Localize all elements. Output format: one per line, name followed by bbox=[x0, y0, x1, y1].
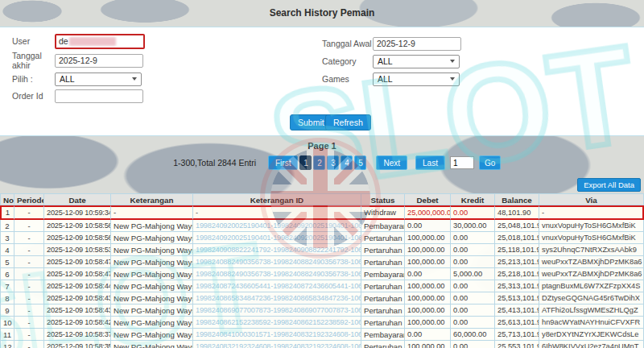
cell-keterangan-id[interactable]: 1998240841000301571-1998240832192324608-… bbox=[193, 329, 361, 341]
order-id-label: Order Id bbox=[12, 91, 55, 101]
cell-kredit: 0.00 bbox=[451, 280, 495, 292]
cell-debet: 0.00 bbox=[405, 220, 451, 232]
cell-periode: - bbox=[14, 317, 44, 329]
cell-debet: 100,000.00 bbox=[405, 341, 451, 348]
cell-kredit: 5,000.00 bbox=[451, 268, 495, 280]
table-row: 8-2025-12-09 10:58:43New PG-Mahjong Ways… bbox=[0, 292, 644, 304]
cell-periode: - bbox=[14, 329, 44, 341]
table-row: 6-2025-12-09 10:58:47New PG-Mahjong Ways… bbox=[0, 268, 644, 280]
page-button-4[interactable]: 4 bbox=[341, 155, 353, 170]
page-button-1[interactable]: 1 bbox=[299, 155, 312, 170]
cell-keterangan-id: - bbox=[193, 205, 361, 220]
header-status: Status bbox=[361, 193, 405, 205]
cell-date: 2025-12-09 10:58:44 bbox=[44, 280, 111, 292]
cell-keterangan-id[interactable]: 1998240862152238592-1998240862152238592-… bbox=[193, 317, 361, 329]
games-select[interactable]: ALL bbox=[373, 72, 460, 86]
cell-balance: 25,048,101.90 bbox=[495, 220, 539, 232]
page-button-5[interactable]: 5 bbox=[354, 155, 366, 170]
cell-kredit: 0.00 bbox=[451, 205, 495, 220]
cell-keterangan-id[interactable]: 1998240920025190401-1998240920025190401-… bbox=[193, 232, 361, 244]
form-row-user: User de bbox=[12, 34, 145, 48]
last-page-button[interactable]: Last bbox=[415, 155, 445, 170]
category-select[interactable]: ALL bbox=[373, 55, 460, 68]
first-page-button[interactable]: First bbox=[268, 155, 298, 170]
goto-page-input[interactable] bbox=[450, 156, 474, 169]
pagination-bar: 1-300,Total 2844 Entri First 12345 Next … bbox=[0, 155, 644, 170]
cell-keterangan: New PG-Mahjong Ways 2 bbox=[111, 329, 193, 341]
user-label: User bbox=[12, 36, 55, 46]
cell-via: hn9acWYatNAYHnuiCFVXFR bbox=[539, 317, 644, 329]
cell-kredit: 0.00 bbox=[451, 304, 495, 317]
cell-keterangan-id[interactable]: 1998240908822241792-1998240908822241792-… bbox=[193, 244, 361, 256]
history-table: No Periode Date Keterangan Keterangan ID… bbox=[0, 193, 644, 348]
cell-keterangan: - bbox=[111, 205, 193, 220]
cell-keterangan-id[interactable]: 1998240882490356738-1998240882490356738-… bbox=[193, 268, 361, 280]
cell-debet: 0.00 bbox=[405, 329, 451, 341]
cell-via: - bbox=[539, 205, 644, 220]
games-value: ALL bbox=[378, 74, 393, 84]
cell-date: 2025-12-09 10:58:37 bbox=[44, 329, 111, 341]
go-button[interactable]: Go bbox=[479, 155, 501, 170]
header-periode: Periode bbox=[14, 193, 44, 205]
redaction-blur bbox=[69, 37, 116, 46]
cell-keterangan-id[interactable]: 1998240869077007873-1998240869077007873-… bbox=[193, 304, 361, 317]
chevron-down-icon bbox=[450, 77, 455, 81]
cell-balance: 25,118,101.90 bbox=[495, 244, 539, 256]
tanggal-awal-input[interactable] bbox=[373, 37, 461, 51]
page-button-2[interactable]: 2 bbox=[313, 155, 325, 170]
cell-balance: 25,553,101.90 bbox=[495, 341, 539, 348]
cell-periode: - bbox=[14, 205, 44, 220]
tanggal-akhir-input[interactable] bbox=[55, 54, 143, 68]
cell-periode: - bbox=[14, 220, 44, 232]
cell-via: y8erDXYtNZYrXJEKWCdsLe bbox=[539, 329, 644, 341]
cell-keterangan-id[interactable]: 1998240882490356738-1998240882490356738-… bbox=[193, 256, 361, 268]
cell-status: Pertaruhan bbox=[361, 256, 405, 268]
cell-no: 11 bbox=[0, 329, 14, 341]
cell-debet: 100,000.00 bbox=[405, 256, 451, 268]
export-all-data-button[interactable]: Export All Data bbox=[577, 178, 641, 192]
refresh-button[interactable]: Refresh bbox=[325, 114, 371, 130]
cell-debet: 25,000,000.00 bbox=[405, 205, 451, 220]
cell-status: Pertaruhan bbox=[361, 232, 405, 244]
cell-kredit: 0.00 bbox=[451, 341, 495, 348]
cell-status: Pertaruhan bbox=[361, 292, 405, 304]
form-row-category: Category ALL bbox=[322, 54, 460, 68]
form-row-tanggal-awal: Tanggal Awal bbox=[322, 36, 461, 51]
cell-via: vnuxVopuHyToSH6GMxfBiK bbox=[539, 220, 644, 232]
header-kredit: Kredit bbox=[451, 193, 495, 205]
header-keterangan: Keterangan bbox=[111, 193, 193, 205]
cell-no: 8 bbox=[0, 292, 14, 304]
cell-keterangan: New PG-Mahjong Ways 2 bbox=[111, 341, 193, 348]
cell-keterangan: New PG-Mahjong Ways 2 bbox=[111, 232, 193, 244]
table-header-row: No Periode Date Keterangan Keterangan ID… bbox=[0, 193, 644, 205]
cell-no: 6 bbox=[0, 268, 14, 280]
cell-periode: - bbox=[14, 304, 44, 317]
cell-date: 2025-12-09 10:59:34 bbox=[44, 205, 111, 220]
cell-keterangan: New PG-Mahjong Ways 2 bbox=[111, 292, 193, 304]
cell-keterangan-id[interactable]: 1998240872436605441-1998240872436605441-… bbox=[193, 280, 361, 292]
cell-no: 5 bbox=[0, 256, 14, 268]
cell-via: DZtyseGQGNAG45r6TwDihX bbox=[539, 292, 644, 304]
cell-keterangan-id[interactable]: 1998240865834847236-1998240865834847236-… bbox=[193, 292, 361, 304]
cell-keterangan-id[interactable]: 1998240920025190401-1998240920025190401-… bbox=[193, 220, 361, 232]
cell-via: ptagnBuxML6W7XZFzpXX4S bbox=[539, 280, 644, 292]
form-row-games: Games ALL bbox=[322, 72, 460, 86]
header-keterangan-id: Keterangan ID bbox=[193, 193, 361, 205]
cell-no: 10 bbox=[0, 317, 14, 329]
cell-status: Pertaruhan bbox=[361, 317, 405, 329]
cell-status: Pembayaran bbox=[361, 268, 405, 280]
page-button-3[interactable]: 3 bbox=[327, 155, 339, 170]
table-row: 3-2025-12-09 10:58:56New PG-Mahjong Ways… bbox=[0, 232, 644, 244]
pilih-select[interactable]: ALL bbox=[55, 72, 142, 86]
cell-status: Pertaruhan bbox=[361, 341, 405, 348]
cell-keterangan-id[interactable]: 1998240832192324608-1998240832192324608-… bbox=[193, 341, 361, 348]
cell-status: Pertaruhan bbox=[361, 244, 405, 256]
cell-debet: 0.00 bbox=[405, 268, 451, 280]
cell-balance: 25,018,101.90 bbox=[495, 232, 539, 244]
cell-status: Pertaruhan bbox=[361, 280, 405, 292]
user-input[interactable]: de bbox=[55, 34, 145, 49]
pilih-label: Pilih : bbox=[12, 74, 55, 84]
chevron-down-icon bbox=[450, 60, 455, 63]
next-page-button[interactable]: Next bbox=[376, 155, 407, 170]
order-id-input[interactable] bbox=[55, 89, 143, 103]
